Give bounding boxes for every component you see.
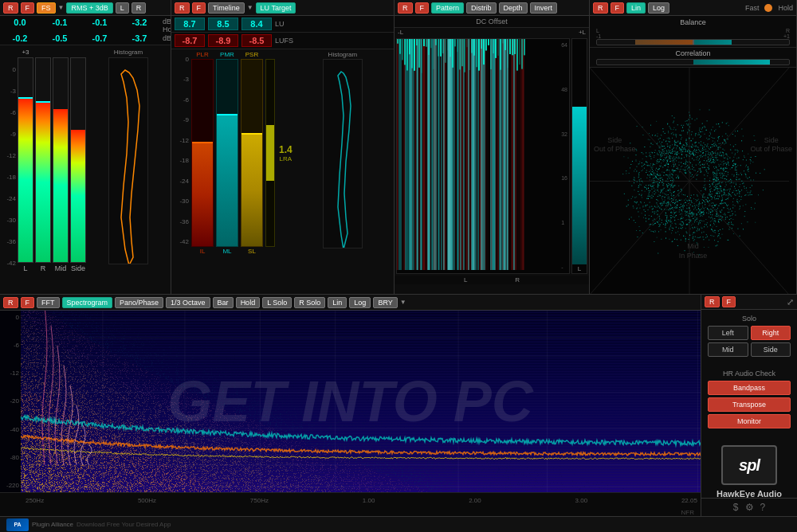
correlation-header: R F Lin Log Fast Hold [590, 0, 796, 16]
reading-ch1-top: 0.0 [3, 18, 37, 33]
freeze-btn-side[interactable]: F [722, 296, 736, 307]
octave-btn[interactable]: 1/3 Octave [166, 297, 210, 308]
lra-label: LRA [280, 155, 292, 162]
psr-col-label: PSR [245, 51, 258, 58]
ch-r-btn[interactable]: R [132, 2, 147, 14]
reading-ch2-top: -0.1 [43, 18, 77, 33]
help-icon[interactable]: ? [760, 502, 766, 513]
freeze-btn-3[interactable]: F [415, 2, 430, 14]
meter-side [70, 57, 86, 263]
dc-offset-axis: -L +L [395, 28, 589, 37]
freeze-btn-4[interactable]: F [611, 2, 625, 14]
plr-meter [191, 59, 214, 247]
monitor-btn[interactable]: Monitor [708, 414, 791, 428]
freeze-btn-2[interactable]: F [192, 2, 206, 14]
plugin-alliance-text: Plugin Alliance [32, 521, 73, 528]
right-solo-btn[interactable]: Right [751, 326, 791, 340]
bottom-icons-bar: $ ⚙ ? [701, 498, 797, 516]
fft-db-scale: 0 -6 -12 -20 -40 -80 -220 [0, 311, 21, 492]
side-out-phase-left: SideOut of Phase [594, 136, 636, 155]
reset-btn-4[interactable]: R [593, 2, 608, 14]
plus3-label: +3 [22, 49, 29, 56]
hold-btn-fft[interactable]: Hold [236, 297, 261, 308]
invert-btn[interactable]: Invert [530, 2, 558, 14]
lra-meter [265, 59, 275, 247]
transpose-btn[interactable]: Transpose [708, 397, 791, 412]
lu-unit: LU [275, 20, 285, 28]
left-solo-btn[interactable]: Left [708, 326, 748, 340]
log-btn[interactable]: Log [648, 2, 669, 14]
balance-bar [596, 39, 790, 45]
pano-phase-btn[interactable]: Pano/Phase [115, 297, 163, 308]
correlation-section: Correlation [590, 48, 796, 68]
lin-btn-fft[interactable]: Lin [328, 297, 347, 308]
freeze-btn-1[interactable]: F [21, 2, 35, 14]
mid-label: Mid [55, 264, 67, 272]
lufs-val-3: -8.5 [249, 36, 265, 45]
level-meter-panel: R F FS ▼ RMS + 3dB L R 0.0 -0.1 -0.1 -3.… [0, 0, 171, 294]
side-solo-btn[interactable]: Side [751, 342, 791, 357]
settings-icon[interactable]: ⚙ [745, 502, 754, 513]
dollar-icon[interactable]: $ [733, 502, 739, 513]
pa-logo-icon: PA [6, 518, 29, 531]
fft-btn[interactable]: FFT [37, 297, 60, 308]
correlation-bar [596, 59, 790, 65]
reading-ch3-top: -0.1 [83, 18, 116, 33]
dc-offset-display: 64 48 32 16 1 - [396, 38, 570, 274]
reset-btn-fft[interactable]: R [3, 297, 18, 308]
reset-btn-1[interactable]: R [3, 2, 18, 14]
level-scale: 0 -3 -6 -9 -12 -18 -24 -30 -36 -42 [2, 60, 16, 273]
correlation-panel: R F Lin Log Fast Hold Balance LR -1+1 [590, 0, 797, 294]
l-bottom: L [464, 276, 467, 284]
fft-display-area: 0 -6 -12 -20 -40 -80 -220 GET INTO PC [0, 311, 701, 492]
freeze-btn-fft[interactable]: F [21, 297, 35, 308]
ch-r-label: R [41, 264, 46, 272]
bry-dropdown[interactable]: ▼ [400, 299, 406, 306]
bandpass-btn[interactable]: Bandpass [708, 381, 791, 395]
dbtp-readings: 0.0 -0.1 -0.1 -3.2 dBTP Hold -0.2 -0.5 -… [0, 16, 171, 45]
loudness-header: R F Timeline ▼ LU Target [171, 0, 394, 16]
expand-icon[interactable]: ⤢ [787, 297, 794, 307]
psr-meter [241, 59, 263, 247]
spectrogram-btn[interactable]: Spectrogram [62, 297, 113, 308]
reset-btn-3[interactable]: R [398, 2, 413, 14]
r-solo-btn[interactable]: R Solo [294, 297, 325, 308]
l-solo-btn[interactable]: L Solo [262, 297, 292, 308]
il-label: IL [200, 248, 206, 255]
fs-btn[interactable]: FS [37, 2, 56, 14]
ch-l-btn[interactable]: L [116, 2, 129, 14]
pattern-btn[interactable]: Pattern [431, 2, 464, 14]
timeline-btn[interactable]: Timeline [208, 2, 245, 14]
side-panel-header: R F ⤢ [701, 295, 797, 310]
histogram-1 [108, 57, 148, 264]
sl-label: SL [248, 248, 256, 255]
bry-btn[interactable]: BRY [373, 297, 397, 308]
reset-btn-2[interactable]: R [175, 2, 190, 14]
depth-btn[interactable]: Depth [499, 2, 528, 14]
distrib-btn[interactable]: Distrib [466, 2, 497, 14]
freq-label-22k: 22.05 [681, 497, 697, 504]
dbtp-hold-label: dBTP Hold [163, 18, 171, 33]
log-btn-fft[interactable]: Log [349, 297, 371, 308]
reset-btn-side[interactable]: R [705, 296, 720, 307]
reading-ch3-bot: -0.7 [83, 33, 116, 43]
freq-label-3k: 3.00 [575, 497, 588, 504]
reading-ch2-bot: -0.5 [43, 33, 77, 43]
lu-val-2: 8.5 [217, 19, 229, 29]
histogram-2 [323, 59, 363, 248]
histogram-label-2: Histogram [328, 51, 357, 58]
meter-l [18, 57, 33, 263]
freq-label-2k: 2.00 [469, 497, 481, 504]
mid-solo-btn[interactable]: Mid [708, 342, 748, 357]
lu-target-btn[interactable]: LU Target [256, 2, 296, 14]
timeline-dropdown[interactable]: ▼ [247, 4, 253, 11]
rms-btn[interactable]: RMS + 3dB [66, 2, 112, 14]
lin-btn[interactable]: Lin [626, 2, 646, 14]
nfr-label: NFR [681, 509, 694, 516]
pattern-display-area: 64 48 32 16 1 - L [395, 37, 589, 276]
fft-freq-axis: 250Hz 500Hz 750Hz 1.00 2.00 3.00 22.05 [0, 492, 701, 508]
bar-btn[interactable]: Bar [213, 297, 234, 308]
mid-in-phase: MidIn Phase [679, 242, 708, 260]
fs-dropdown[interactable]: ▼ [58, 4, 65, 11]
reading-ch4-bot: -3.7 [123, 33, 156, 43]
